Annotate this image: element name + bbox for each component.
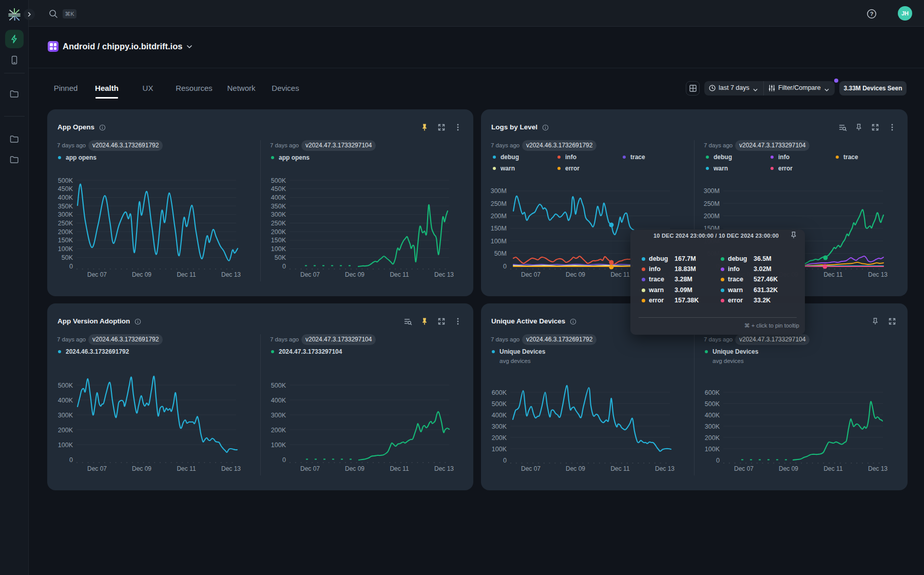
- svg-text:Dec 11: Dec 11: [823, 271, 842, 278]
- svg-text:Dec 07: Dec 07: [300, 465, 320, 472]
- svg-text:300M: 300M: [491, 187, 507, 195]
- svg-text:Dec 13: Dec 13: [655, 465, 675, 472]
- svg-text:Dec 13: Dec 13: [221, 271, 241, 278]
- svg-text:50K: 50K: [275, 254, 286, 261]
- svg-text:Dec 13: Dec 13: [868, 271, 888, 278]
- svg-text:300M: 300M: [704, 187, 720, 195]
- svg-text:100K: 100K: [271, 442, 286, 449]
- svg-text:Dec 13: Dec 13: [868, 465, 888, 472]
- svg-text:200K: 200K: [705, 434, 720, 442]
- svg-text:600K: 600K: [492, 389, 507, 396]
- svg-text:0: 0: [282, 263, 286, 270]
- svg-text:100K: 100K: [492, 446, 507, 453]
- svg-text:450K: 450K: [271, 185, 286, 193]
- svg-text:0: 0: [69, 456, 73, 464]
- svg-text:250K: 250K: [58, 220, 73, 227]
- svg-text:500K: 500K: [271, 177, 286, 184]
- svg-text:600K: 600K: [705, 389, 720, 396]
- svg-text:200K: 200K: [58, 427, 73, 434]
- svg-text:Dec 07: Dec 07: [87, 271, 107, 278]
- svg-text:0: 0: [503, 263, 507, 270]
- svg-text:100K: 100K: [705, 446, 720, 453]
- svg-text:300K: 300K: [58, 211, 73, 218]
- svg-text:Dec 09: Dec 09: [345, 271, 364, 278]
- svg-text:300K: 300K: [705, 423, 720, 430]
- svg-text:0: 0: [69, 263, 73, 270]
- svg-text:350K: 350K: [271, 203, 286, 210]
- svg-text:100K: 100K: [58, 442, 73, 449]
- svg-text:150K: 150K: [58, 237, 73, 244]
- svg-text:200K: 200K: [492, 434, 507, 442]
- svg-text:400K: 400K: [705, 412, 720, 419]
- svg-text:500K: 500K: [705, 400, 720, 408]
- svg-text:Dec 11: Dec 11: [177, 465, 196, 472]
- svg-text:Dec 07: Dec 07: [521, 465, 541, 472]
- svg-text:150K: 150K: [271, 237, 286, 244]
- svg-text:Dec 09: Dec 09: [132, 271, 151, 278]
- svg-text:200M: 200M: [491, 213, 507, 220]
- svg-text:100K: 100K: [271, 245, 286, 253]
- svg-text:250M: 250M: [704, 200, 720, 207]
- svg-text:100K: 100K: [58, 245, 73, 253]
- svg-text:Dec 13: Dec 13: [434, 465, 454, 472]
- svg-text:350K: 350K: [58, 203, 73, 210]
- svg-text:Dec 07: Dec 07: [87, 465, 107, 472]
- svg-text:300K: 300K: [271, 412, 286, 419]
- svg-text:300K: 300K: [58, 412, 73, 419]
- svg-text:500K: 500K: [58, 382, 73, 389]
- svg-text:Dec 11: Dec 11: [390, 465, 409, 472]
- svg-text:400K: 400K: [271, 397, 286, 404]
- svg-text:400K: 400K: [492, 412, 507, 419]
- svg-text:400K: 400K: [58, 194, 73, 201]
- svg-text:Dec 07: Dec 07: [521, 271, 541, 278]
- svg-text:450K: 450K: [58, 185, 73, 193]
- svg-text:300K: 300K: [271, 211, 286, 218]
- svg-text:500K: 500K: [271, 382, 286, 389]
- svg-text:Dec 11: Dec 11: [823, 465, 842, 472]
- svg-text:0: 0: [503, 457, 507, 464]
- svg-text:0: 0: [716, 457, 720, 464]
- svg-text:200K: 200K: [271, 228, 286, 236]
- svg-text:400K: 400K: [58, 397, 73, 404]
- svg-text:?: ?: [870, 11, 874, 17]
- svg-text:Dec 13: Dec 13: [221, 465, 241, 472]
- svg-text:Dec 13: Dec 13: [434, 271, 454, 278]
- svg-text:100M: 100M: [491, 238, 507, 245]
- svg-text:Dec 07: Dec 07: [300, 271, 320, 278]
- svg-text:500K: 500K: [58, 177, 73, 184]
- svg-text:Dec 11: Dec 11: [390, 271, 409, 278]
- svg-text:Dec 11: Dec 11: [177, 271, 196, 278]
- svg-text:Dec 09: Dec 09: [779, 465, 798, 472]
- svg-text:Dec 09: Dec 09: [132, 465, 151, 472]
- svg-text:Dec 11: Dec 11: [610, 271, 629, 278]
- svg-text:200M: 200M: [704, 213, 720, 220]
- svg-text:0: 0: [282, 456, 286, 464]
- svg-text:300K: 300K: [492, 423, 507, 430]
- svg-text:250M: 250M: [491, 200, 507, 207]
- svg-text:Dec 09: Dec 09: [566, 271, 585, 278]
- svg-text:50K: 50K: [62, 254, 73, 261]
- svg-text:150M: 150M: [491, 225, 507, 232]
- svg-text:200K: 200K: [271, 427, 286, 434]
- svg-text:Dec 09: Dec 09: [566, 465, 585, 472]
- svg-text:400K: 400K: [271, 194, 286, 201]
- svg-text:Dec 07: Dec 07: [734, 465, 754, 472]
- svg-text:50M: 50M: [494, 250, 507, 257]
- svg-text:Dec 09: Dec 09: [345, 465, 364, 472]
- svg-text:250K: 250K: [271, 220, 286, 227]
- svg-text:500K: 500K: [492, 400, 507, 408]
- svg-text:Dec 11: Dec 11: [610, 465, 629, 472]
- svg-text:200K: 200K: [58, 228, 73, 236]
